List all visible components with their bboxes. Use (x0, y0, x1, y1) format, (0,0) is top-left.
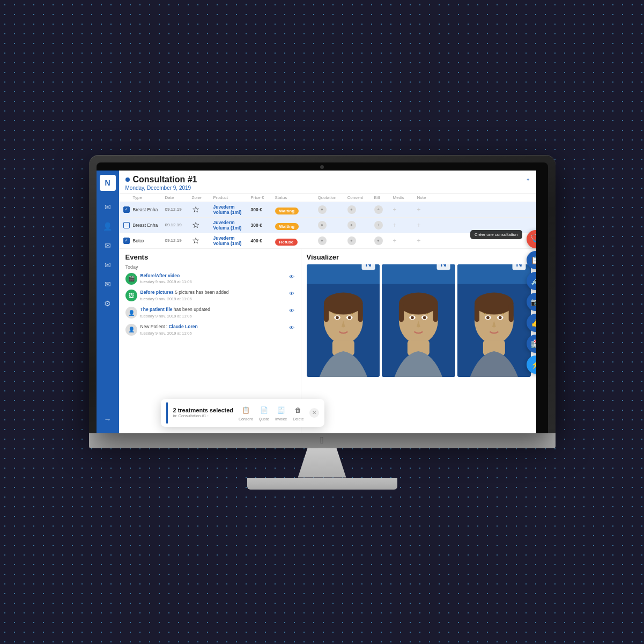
eye-icon-1[interactable]: 👁 (289, 274, 294, 280)
svg-point-9 (347, 316, 351, 319)
row2-status-badge: Waiting (275, 223, 299, 230)
fab-quick-action[interactable]: ⚡ (527, 356, 536, 374)
row2-medis[interactable]: + (393, 221, 417, 229)
event-span-4: New Patient : (140, 324, 169, 329)
event-icon-patient: 👤 (125, 307, 137, 319)
sidebar-icon-mail-4[interactable]: ✉ (100, 277, 115, 292)
consultation-header: Consultation #1 + Monday, December 9, 20… (119, 171, 536, 194)
event-bold-4: Claude Loren (168, 324, 197, 329)
sidebar-icon-user[interactable]: 👤 (100, 219, 115, 234)
row2-zone: ☆ (192, 220, 213, 230)
selection-close-button[interactable]: ✕ (309, 408, 319, 418)
svg-point-35 (499, 316, 502, 319)
event-text-1: Before/After video tuesday 9 nov. 2019 a… (140, 273, 286, 286)
consent-button[interactable]: 📋 Consent (239, 404, 253, 421)
fab-add-photo[interactable]: 📷 (527, 293, 536, 311)
row1-quotation[interactable]: ● (318, 205, 327, 214)
fab-add-document[interactable]: 📋 (527, 251, 536, 269)
add-row-button[interactable]: + (527, 177, 529, 182)
col-product: Product (213, 195, 251, 200)
row1-medis[interactable]: + (393, 206, 417, 213)
vis-image-2[interactable]: N (382, 264, 455, 377)
sidebar-icon-mail-2[interactable]: ✉ (100, 238, 115, 253)
row3-bill[interactable]: ● (374, 236, 383, 245)
sidebar-icon-mail-1[interactable]: ✉ (100, 199, 115, 214)
selection-count: 2 treatments selected (173, 407, 234, 413)
row2-status: Waiting (275, 220, 318, 230)
eye-icon-2[interactable]: 👁 (289, 291, 294, 297)
event-bold-3: The patient file (140, 307, 173, 312)
fab-add-treatment[interactable]: 💉 (527, 272, 536, 290)
svg-rect-12 (358, 304, 362, 322)
row1-product: JuvedermVoluma (1ml) (213, 204, 251, 215)
row2-quotation[interactable]: ● (318, 221, 327, 230)
row2-checkbox[interactable] (123, 222, 130, 228)
row1-price: 300 € (251, 207, 275, 212)
row1-consent[interactable]: ● (347, 205, 356, 214)
sidebar-icon-logout[interactable]: → (100, 412, 115, 427)
row2-bill[interactable]: + (374, 221, 383, 230)
sidebar: N ✉ 👤 ✉ ✉ ✉ ⚙ → (97, 171, 119, 433)
event-item-4: 👤 New Patient : Claude Loren tuesday 9 n… (125, 324, 294, 337)
sidebar-icon-settings[interactable]: ⚙ (100, 296, 115, 311)
row3-product: JuvedermVoluma (1ml) (213, 235, 251, 246)
vis-image-1[interactable]: N (307, 264, 380, 377)
fab-clinic[interactable]: 🏥 (527, 335, 536, 353)
visualizer-images: N (307, 264, 531, 377)
invoice-label: Invoice (275, 417, 287, 421)
event-bold-1: Before/After video (140, 273, 180, 278)
row1-note[interactable]: + (417, 206, 431, 213)
imac-screen-shell: N ✉ 👤 ✉ ✉ ✉ ⚙ → (89, 155, 556, 433)
row3-consent[interactable]: ● (347, 236, 356, 245)
event-icon-video: 🎬 (125, 273, 137, 285)
camera-dot (320, 165, 324, 169)
fab-approve[interactable]: 👍 (527, 314, 536, 332)
event-bold-2: Before pictures (140, 290, 174, 295)
events-title: Events (125, 253, 294, 261)
today-label: Today (125, 264, 294, 270)
quote-button[interactable]: 📄 Quote (258, 404, 270, 421)
event-time-3: tuesday 9 nov. 2019 at 11:06 (140, 314, 192, 319)
col-note: Note (417, 195, 431, 200)
row3-quotation[interactable]: ● (318, 236, 327, 245)
row2-note[interactable]: + (417, 221, 431, 229)
status-dot (125, 177, 130, 182)
row3-checkbox[interactable]: ✓ (123, 238, 130, 244)
vis-image-3[interactable]: N (457, 264, 531, 377)
fab-create-consultation[interactable]: 🩺 (527, 230, 536, 248)
row1-status-badge: Waiting (275, 208, 299, 214)
row1-checkbox[interactable]: ✓ (123, 206, 130, 213)
delete-button[interactable]: 🗑 Delete (292, 404, 304, 421)
row3-status-badge: Refuse (275, 239, 298, 246)
event-time-4: tuesday 9 nov. 2019 at 11:06 (140, 331, 192, 336)
row1-bill[interactable]: + (374, 205, 383, 214)
row3-medis[interactable]: + (393, 237, 417, 245)
consultation-date: Monday, December 9, 2019 (125, 185, 530, 191)
svg-text:N: N (440, 264, 447, 268)
svg-point-22 (423, 316, 426, 319)
visualizer-title: Visualizer (307, 253, 531, 261)
app-screen: N ✉ 👤 ✉ ✉ ✉ ⚙ → (97, 171, 536, 433)
event-item-1: 🎬 Before/After video tuesday 9 nov. 2019… (125, 273, 294, 286)
apple-logo:  (320, 435, 324, 446)
row3-status: Refuse (275, 236, 318, 246)
row2-type: Breast Enha (133, 223, 165, 228)
svg-point-34 (486, 316, 490, 319)
event-time-2: tuesday 9 nov. 2019 at 11:06 (140, 297, 192, 301)
svg-rect-37 (475, 304, 479, 322)
row2-consent[interactable]: ● (347, 221, 356, 230)
svg-rect-25 (433, 304, 438, 322)
invoice-button[interactable]: 🧾 Invoice (275, 404, 287, 421)
svg-rect-38 (509, 304, 514, 322)
eye-icon-4[interactable]: 👁 (289, 325, 294, 331)
event-item-2: 🖼 Before pictures 5 pictures has been ad… (125, 290, 294, 302)
sidebar-logo[interactable]: N (100, 175, 116, 191)
svg-text:N: N (365, 264, 372, 268)
face-svg-3: N (457, 264, 531, 377)
eye-icon-3[interactable]: 👁 (289, 308, 294, 314)
col-medis: Medis (393, 195, 417, 200)
imac-chin:  (89, 433, 556, 448)
row3-note[interactable]: + (417, 237, 431, 245)
table-header: Type Date Zone Product Price € Status Qu… (119, 194, 536, 202)
sidebar-icon-mail-3[interactable]: ✉ (100, 257, 115, 272)
